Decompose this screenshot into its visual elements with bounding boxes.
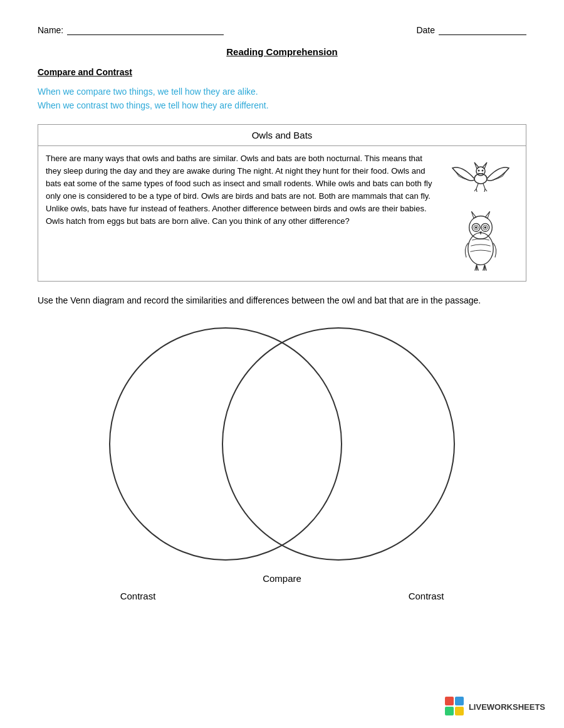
svg-point-13 — [469, 216, 493, 239]
content-box-title: Owls and Bats — [38, 125, 526, 146]
svg-point-18 — [475, 226, 478, 229]
svg-line-11 — [484, 189, 485, 192]
liveworksheets-logo — [445, 697, 465, 717]
venn-labels: Contrast Contrast — [56, 591, 508, 601]
svg-marker-3 — [483, 162, 487, 169]
bat-image — [449, 152, 512, 199]
content-box: Owls and Bats There are many ways that o… — [38, 124, 526, 282]
svg-line-7 — [483, 184, 485, 189]
content-box-body: There are many ways that owls and baths … — [38, 146, 526, 281]
svg-marker-14 — [471, 211, 476, 218]
svg-text:Compare: Compare — [263, 573, 301, 584]
svg-marker-15 — [485, 211, 489, 218]
svg-point-12 — [468, 233, 493, 265]
venn-label-contrast-right: Contrast — [351, 591, 501, 601]
svg-point-4 — [478, 169, 480, 171]
header-row: Name: Date — [38, 25, 526, 35]
svg-point-21 — [484, 226, 487, 229]
instructions-text: Use the Venn diagram and record the simi… — [38, 294, 526, 308]
page-title: Reading Comprehension — [38, 46, 526, 57]
venn-label-contrast-left: Contrast — [63, 591, 213, 601]
date-field: Date — [416, 25, 526, 35]
logo-cell-red — [445, 697, 454, 705]
liveworksheets-label: LIVEWORKSHEETS — [469, 702, 545, 712]
venn-label-compare — [226, 591, 338, 601]
name-input-line[interactable] — [67, 25, 224, 35]
svg-line-9 — [476, 189, 477, 192]
intro-line1: When we compare two things, we tell how … — [38, 85, 526, 98]
logo-cell-yellow — [455, 707, 464, 715]
intro-text: When we compare two things, we tell how … — [38, 85, 526, 113]
svg-marker-2 — [474, 162, 479, 169]
date-label: Date — [416, 25, 435, 35]
svg-point-30 — [222, 328, 454, 560]
logo-cell-green — [445, 707, 454, 715]
name-field: Name: — [38, 25, 224, 35]
venn-diagram: Compare — [56, 319, 508, 588]
animals-images — [443, 152, 518, 275]
owl-image — [449, 206, 512, 275]
svg-line-6 — [476, 184, 478, 189]
svg-point-5 — [482, 169, 484, 171]
name-label: Name: — [38, 25, 63, 35]
section-title: Compare and Contrast — [38, 67, 526, 77]
intro-line2: When we contrast two things, we tell how… — [38, 98, 526, 112]
liveworksheets-branding: LIVEWORKSHEETS — [445, 697, 545, 717]
date-input-line[interactable] — [439, 25, 526, 35]
svg-point-29 — [110, 328, 342, 560]
logo-cell-blue — [455, 697, 464, 705]
svg-marker-22 — [479, 231, 482, 235]
venn-diagram-container: Compare Contrast Contrast — [38, 319, 526, 601]
passage-text: There are many ways that owls and baths … — [46, 152, 437, 275]
